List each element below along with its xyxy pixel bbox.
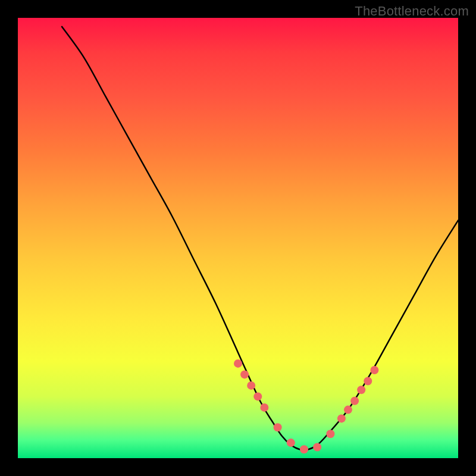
data-marker: [300, 445, 308, 453]
data-marker: [313, 443, 321, 452]
bottleneck-curve: [62, 27, 458, 450]
data-marker: [350, 397, 359, 405]
data-marker: [357, 386, 365, 394]
chart-frame: TheBottleneck.com: [0, 0, 476, 476]
data-marker: [337, 414, 346, 422]
data-marker: [326, 430, 334, 438]
plot-area: [18, 18, 458, 458]
data-marker: [253, 392, 262, 400]
curve-layer: [18, 18, 458, 458]
data-marker: [274, 423, 282, 431]
data-marker: [370, 366, 378, 374]
watermark-text: TheBottleneck.com: [355, 4, 469, 19]
data-marker: [247, 381, 255, 390]
data-marker: [260, 403, 268, 412]
data-marker: [344, 406, 352, 414]
marker-group: [234, 359, 378, 453]
data-marker: [240, 370, 249, 378]
data-marker: [287, 439, 295, 447]
data-marker: [364, 377, 372, 386]
data-marker: [234, 359, 242, 368]
